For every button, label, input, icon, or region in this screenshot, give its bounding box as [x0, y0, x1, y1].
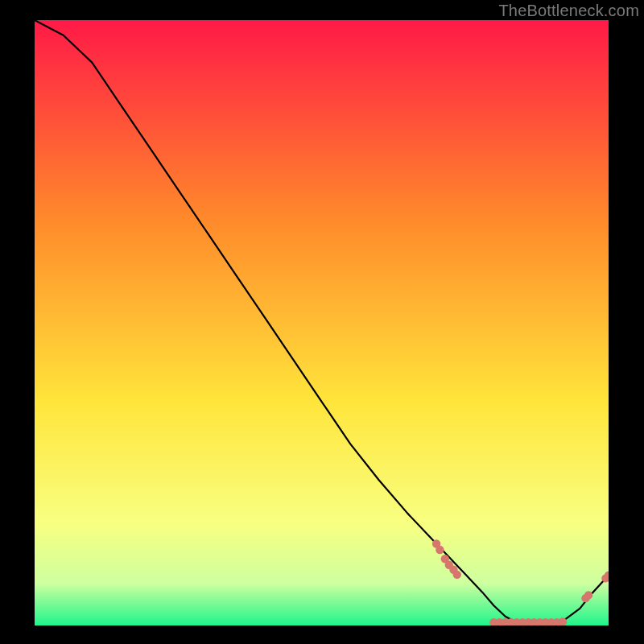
data-marker — [436, 546, 444, 554]
watermark-text: TheBottleneck.com — [498, 2, 639, 20]
chart-svg — [35, 20, 609, 625]
data-marker — [453, 571, 461, 579]
chart-frame: TheBottleneck.com — [0, 0, 644, 644]
data-marker — [584, 591, 592, 599]
gradient-bg — [35, 20, 609, 625]
plot-area — [35, 20, 609, 625]
